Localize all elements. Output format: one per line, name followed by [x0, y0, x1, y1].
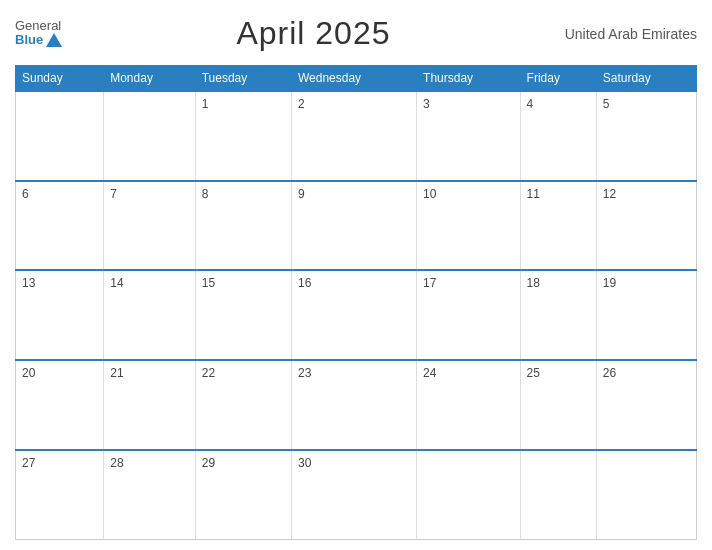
logo: General Blue	[15, 19, 62, 48]
day-cell: 17	[417, 270, 521, 360]
day-number: 10	[423, 187, 436, 201]
day-cell: 3	[417, 91, 521, 181]
header-friday: Friday	[520, 66, 596, 92]
day-number: 11	[527, 187, 540, 201]
day-cell	[417, 450, 521, 540]
day-number: 9	[298, 187, 305, 201]
day-number: 1	[202, 97, 209, 111]
day-number: 12	[603, 187, 616, 201]
logo-general-text: General	[15, 19, 62, 33]
calendar-container: General Blue April 2025 United Arab Emir…	[0, 0, 712, 550]
day-number: 28	[110, 456, 123, 470]
day-number: 22	[202, 366, 215, 380]
calendar-header: General Blue April 2025 United Arab Emir…	[15, 10, 697, 57]
day-cell: 25	[520, 360, 596, 450]
day-cell: 2	[291, 91, 416, 181]
day-cell: 1	[195, 91, 291, 181]
day-number: 30	[298, 456, 311, 470]
header-tuesday: Tuesday	[195, 66, 291, 92]
header-saturday: Saturday	[596, 66, 696, 92]
day-cell: 15	[195, 270, 291, 360]
day-cell: 21	[104, 360, 196, 450]
day-cell: 28	[104, 450, 196, 540]
day-cell: 14	[104, 270, 196, 360]
day-cell: 24	[417, 360, 521, 450]
day-number: 6	[22, 187, 29, 201]
day-number: 26	[603, 366, 616, 380]
logo-triangle-icon	[46, 33, 62, 47]
day-number: 4	[527, 97, 534, 111]
day-number: 23	[298, 366, 311, 380]
week-row-4: 27282930	[16, 450, 697, 540]
day-cell: 30	[291, 450, 416, 540]
day-number: 3	[423, 97, 430, 111]
day-cell	[520, 450, 596, 540]
country-name: United Arab Emirates	[565, 26, 697, 42]
month-title: April 2025	[236, 15, 390, 52]
day-cell	[104, 91, 196, 181]
day-cell	[16, 91, 104, 181]
day-cell: 26	[596, 360, 696, 450]
day-number: 25	[527, 366, 540, 380]
day-cell: 6	[16, 181, 104, 271]
day-number: 8	[202, 187, 209, 201]
day-number: 29	[202, 456, 215, 470]
calendar-table: Sunday Monday Tuesday Wednesday Thursday…	[15, 65, 697, 540]
day-number: 19	[603, 276, 616, 290]
day-number: 18	[527, 276, 540, 290]
day-cell: 11	[520, 181, 596, 271]
day-cell: 19	[596, 270, 696, 360]
day-number: 17	[423, 276, 436, 290]
day-cell: 7	[104, 181, 196, 271]
day-cell: 27	[16, 450, 104, 540]
day-number: 2	[298, 97, 305, 111]
day-cell: 16	[291, 270, 416, 360]
header-sunday: Sunday	[16, 66, 104, 92]
day-number: 13	[22, 276, 35, 290]
day-cell	[596, 450, 696, 540]
day-number: 24	[423, 366, 436, 380]
day-cell: 8	[195, 181, 291, 271]
week-row-0: 12345	[16, 91, 697, 181]
day-number: 27	[22, 456, 35, 470]
day-headers-row: Sunday Monday Tuesday Wednesday Thursday…	[16, 66, 697, 92]
day-number: 7	[110, 187, 117, 201]
header-monday: Monday	[104, 66, 196, 92]
day-cell: 12	[596, 181, 696, 271]
day-cell: 9	[291, 181, 416, 271]
day-cell: 5	[596, 91, 696, 181]
week-row-2: 13141516171819	[16, 270, 697, 360]
day-cell: 22	[195, 360, 291, 450]
header-wednesday: Wednesday	[291, 66, 416, 92]
day-number: 20	[22, 366, 35, 380]
day-cell: 23	[291, 360, 416, 450]
day-cell: 13	[16, 270, 104, 360]
day-cell: 10	[417, 181, 521, 271]
day-number: 5	[603, 97, 610, 111]
header-thursday: Thursday	[417, 66, 521, 92]
logo-blue-text: Blue	[15, 33, 62, 48]
day-number: 15	[202, 276, 215, 290]
week-row-3: 20212223242526	[16, 360, 697, 450]
day-number: 21	[110, 366, 123, 380]
week-row-1: 6789101112	[16, 181, 697, 271]
day-number: 16	[298, 276, 311, 290]
day-cell: 4	[520, 91, 596, 181]
day-number: 14	[110, 276, 123, 290]
day-cell: 20	[16, 360, 104, 450]
day-cell: 29	[195, 450, 291, 540]
day-cell: 18	[520, 270, 596, 360]
